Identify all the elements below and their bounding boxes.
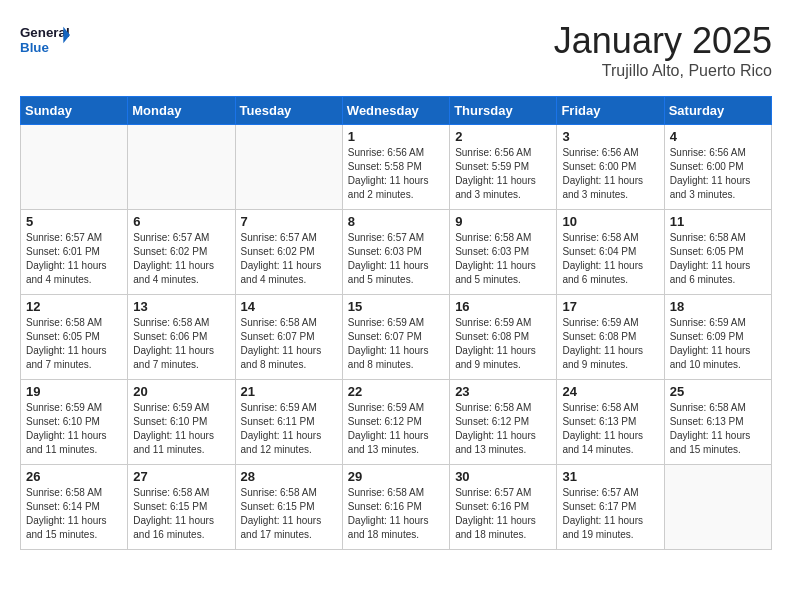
day-info: Sunrise: 6:58 AM Sunset: 6:14 PM Dayligh…	[26, 486, 122, 542]
day-info: Sunrise: 6:59 AM Sunset: 6:10 PM Dayligh…	[26, 401, 122, 457]
day-number: 27	[133, 469, 229, 484]
day-number: 24	[562, 384, 658, 399]
day-number: 22	[348, 384, 444, 399]
day-info: Sunrise: 6:59 AM Sunset: 6:08 PM Dayligh…	[562, 316, 658, 372]
calendar-cell: 6Sunrise: 6:57 AM Sunset: 6:02 PM Daylig…	[128, 210, 235, 295]
day-info: Sunrise: 6:59 AM Sunset: 6:07 PM Dayligh…	[348, 316, 444, 372]
day-info: Sunrise: 6:58 AM Sunset: 6:05 PM Dayligh…	[670, 231, 766, 287]
calendar-cell	[128, 125, 235, 210]
day-info: Sunrise: 6:57 AM Sunset: 6:16 PM Dayligh…	[455, 486, 551, 542]
day-header-saturday: Saturday	[664, 97, 771, 125]
day-info: Sunrise: 6:59 AM Sunset: 6:08 PM Dayligh…	[455, 316, 551, 372]
calendar-cell: 25Sunrise: 6:58 AM Sunset: 6:13 PM Dayli…	[664, 380, 771, 465]
calendar-cell: 2Sunrise: 6:56 AM Sunset: 5:59 PM Daylig…	[450, 125, 557, 210]
calendar-cell: 23Sunrise: 6:58 AM Sunset: 6:12 PM Dayli…	[450, 380, 557, 465]
calendar-cell: 20Sunrise: 6:59 AM Sunset: 6:10 PM Dayli…	[128, 380, 235, 465]
day-info: Sunrise: 6:58 AM Sunset: 6:15 PM Dayligh…	[133, 486, 229, 542]
calendar-cell: 26Sunrise: 6:58 AM Sunset: 6:14 PM Dayli…	[21, 465, 128, 550]
day-number: 16	[455, 299, 551, 314]
day-info: Sunrise: 6:56 AM Sunset: 5:59 PM Dayligh…	[455, 146, 551, 202]
calendar-cell	[21, 125, 128, 210]
day-info: Sunrise: 6:56 AM Sunset: 6:00 PM Dayligh…	[670, 146, 766, 202]
day-header-sunday: Sunday	[21, 97, 128, 125]
svg-text:Blue: Blue	[20, 40, 49, 55]
day-info: Sunrise: 6:58 AM Sunset: 6:05 PM Dayligh…	[26, 316, 122, 372]
title-block: January 2025 Trujillo Alto, Puerto Rico	[554, 20, 772, 80]
day-number: 5	[26, 214, 122, 229]
calendar-cell: 22Sunrise: 6:59 AM Sunset: 6:12 PM Dayli…	[342, 380, 449, 465]
calendar-cell: 28Sunrise: 6:58 AM Sunset: 6:15 PM Dayli…	[235, 465, 342, 550]
day-header-wednesday: Wednesday	[342, 97, 449, 125]
calendar-cell: 16Sunrise: 6:59 AM Sunset: 6:08 PM Dayli…	[450, 295, 557, 380]
week-row-3: 12Sunrise: 6:58 AM Sunset: 6:05 PM Dayli…	[21, 295, 772, 380]
day-number: 11	[670, 214, 766, 229]
day-info: Sunrise: 6:57 AM Sunset: 6:03 PM Dayligh…	[348, 231, 444, 287]
calendar-cell: 29Sunrise: 6:58 AM Sunset: 6:16 PM Dayli…	[342, 465, 449, 550]
day-number: 4	[670, 129, 766, 144]
calendar-cell: 4Sunrise: 6:56 AM Sunset: 6:00 PM Daylig…	[664, 125, 771, 210]
day-number: 15	[348, 299, 444, 314]
day-number: 31	[562, 469, 658, 484]
day-number: 3	[562, 129, 658, 144]
day-info: Sunrise: 6:58 AM Sunset: 6:16 PM Dayligh…	[348, 486, 444, 542]
day-info: Sunrise: 6:59 AM Sunset: 6:10 PM Dayligh…	[133, 401, 229, 457]
week-row-4: 19Sunrise: 6:59 AM Sunset: 6:10 PM Dayli…	[21, 380, 772, 465]
day-number: 14	[241, 299, 337, 314]
calendar-cell: 19Sunrise: 6:59 AM Sunset: 6:10 PM Dayli…	[21, 380, 128, 465]
day-number: 18	[670, 299, 766, 314]
calendar-cell: 17Sunrise: 6:59 AM Sunset: 6:08 PM Dayli…	[557, 295, 664, 380]
day-number: 8	[348, 214, 444, 229]
day-number: 7	[241, 214, 337, 229]
day-number: 6	[133, 214, 229, 229]
svg-text:General: General	[20, 25, 70, 40]
day-number: 1	[348, 129, 444, 144]
calendar-cell: 21Sunrise: 6:59 AM Sunset: 6:11 PM Dayli…	[235, 380, 342, 465]
day-info: Sunrise: 6:57 AM Sunset: 6:02 PM Dayligh…	[241, 231, 337, 287]
day-header-friday: Friday	[557, 97, 664, 125]
day-number: 19	[26, 384, 122, 399]
calendar-cell: 24Sunrise: 6:58 AM Sunset: 6:13 PM Dayli…	[557, 380, 664, 465]
day-info: Sunrise: 6:59 AM Sunset: 6:11 PM Dayligh…	[241, 401, 337, 457]
day-number: 20	[133, 384, 229, 399]
calendar-cell: 27Sunrise: 6:58 AM Sunset: 6:15 PM Dayli…	[128, 465, 235, 550]
week-row-2: 5Sunrise: 6:57 AM Sunset: 6:01 PM Daylig…	[21, 210, 772, 295]
day-info: Sunrise: 6:56 AM Sunset: 6:00 PM Dayligh…	[562, 146, 658, 202]
calendar-cell: 15Sunrise: 6:59 AM Sunset: 6:07 PM Dayli…	[342, 295, 449, 380]
day-info: Sunrise: 6:58 AM Sunset: 6:04 PM Dayligh…	[562, 231, 658, 287]
day-header-thursday: Thursday	[450, 97, 557, 125]
calendar-cell: 11Sunrise: 6:58 AM Sunset: 6:05 PM Dayli…	[664, 210, 771, 295]
month-title: January 2025	[554, 20, 772, 62]
calendar-cell: 8Sunrise: 6:57 AM Sunset: 6:03 PM Daylig…	[342, 210, 449, 295]
day-info: Sunrise: 6:57 AM Sunset: 6:02 PM Dayligh…	[133, 231, 229, 287]
day-number: 2	[455, 129, 551, 144]
calendar-cell: 1Sunrise: 6:56 AM Sunset: 5:58 PM Daylig…	[342, 125, 449, 210]
day-number: 30	[455, 469, 551, 484]
day-number: 13	[133, 299, 229, 314]
day-info: Sunrise: 6:57 AM Sunset: 6:17 PM Dayligh…	[562, 486, 658, 542]
calendar-cell: 13Sunrise: 6:58 AM Sunset: 6:06 PM Dayli…	[128, 295, 235, 380]
logo: General Blue	[20, 20, 70, 60]
day-number: 9	[455, 214, 551, 229]
day-info: Sunrise: 6:57 AM Sunset: 6:01 PM Dayligh…	[26, 231, 122, 287]
calendar-cell: 10Sunrise: 6:58 AM Sunset: 6:04 PM Dayli…	[557, 210, 664, 295]
calendar-cell: 30Sunrise: 6:57 AM Sunset: 6:16 PM Dayli…	[450, 465, 557, 550]
week-row-5: 26Sunrise: 6:58 AM Sunset: 6:14 PM Dayli…	[21, 465, 772, 550]
day-info: Sunrise: 6:56 AM Sunset: 5:58 PM Dayligh…	[348, 146, 444, 202]
day-number: 25	[670, 384, 766, 399]
calendar-table: SundayMondayTuesdayWednesdayThursdayFrid…	[20, 96, 772, 550]
day-info: Sunrise: 6:58 AM Sunset: 6:13 PM Dayligh…	[562, 401, 658, 457]
day-info: Sunrise: 6:58 AM Sunset: 6:15 PM Dayligh…	[241, 486, 337, 542]
day-info: Sunrise: 6:58 AM Sunset: 6:13 PM Dayligh…	[670, 401, 766, 457]
calendar-cell: 9Sunrise: 6:58 AM Sunset: 6:03 PM Daylig…	[450, 210, 557, 295]
calendar-cell: 5Sunrise: 6:57 AM Sunset: 6:01 PM Daylig…	[21, 210, 128, 295]
day-info: Sunrise: 6:58 AM Sunset: 6:03 PM Dayligh…	[455, 231, 551, 287]
day-info: Sunrise: 6:58 AM Sunset: 6:06 PM Dayligh…	[133, 316, 229, 372]
day-header-monday: Monday	[128, 97, 235, 125]
day-number: 12	[26, 299, 122, 314]
calendar-cell: 3Sunrise: 6:56 AM Sunset: 6:00 PM Daylig…	[557, 125, 664, 210]
day-number: 21	[241, 384, 337, 399]
day-info: Sunrise: 6:58 AM Sunset: 6:12 PM Dayligh…	[455, 401, 551, 457]
day-number: 23	[455, 384, 551, 399]
day-info: Sunrise: 6:59 AM Sunset: 6:12 PM Dayligh…	[348, 401, 444, 457]
page-header: General Blue January 2025 Trujillo Alto,…	[20, 20, 772, 80]
